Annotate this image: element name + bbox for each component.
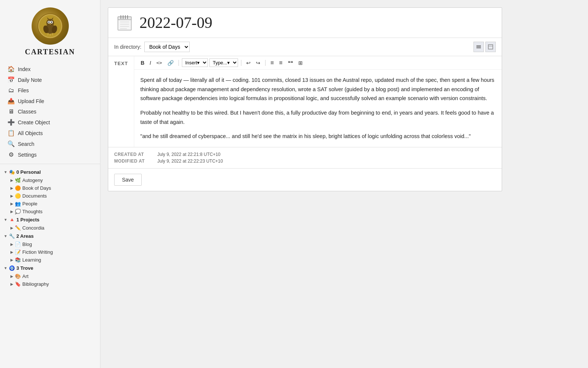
chevron-personal: ▼ — [4, 170, 7, 174]
tree-label-areas: 2 Areas — [16, 233, 34, 239]
tree-group-3-trove[interactable]: ▼ 🧿 3 Trove — [0, 264, 100, 272]
classes-icon: 🖥 — [7, 108, 15, 115]
tree-emoji-art: 🎨 — [15, 273, 21, 279]
sidebar-item-daily-note[interactable]: 📅 Daily Note — [0, 74, 100, 85]
tree-item-people[interactable]: ▶ 👥 People — [0, 200, 100, 208]
toolbar-type-dropdown[interactable]: Type...▾ — [209, 58, 238, 67]
tree-group-0-personal[interactable]: ▼ 🎭 0 Personal — [0, 168, 100, 176]
sidebar-item-classes[interactable]: 🖥 Classes — [0, 106, 100, 117]
toolbar-link[interactable]: 🔗 — [166, 59, 176, 67]
sidebar-item-files[interactable]: 🗂 Files — [0, 85, 100, 96]
sidebar-nav-label-classes: Classes — [18, 109, 36, 115]
tree-group-2-areas[interactable]: ▼ 🔧 2 Areas — [0, 232, 100, 240]
tree-item-book-of-days[interactable]: ▶ 🟠 Book of Days — [0, 184, 100, 192]
tree-item-learning[interactable]: ▶ 📚 Learning — [0, 256, 100, 264]
toolbar-bold[interactable]: B — [139, 59, 146, 67]
save-button[interactable]: Save — [114, 174, 142, 186]
tree-item-autogeny[interactable]: ▶ 🌿 Autogeny — [0, 176, 100, 184]
tree-label-art: Art — [22, 273, 29, 279]
toolbar-undo[interactable]: ↩ — [244, 59, 253, 67]
tree-label-personal: 0 Personal — [16, 169, 41, 175]
svg-rect-29 — [488, 45, 493, 49]
chevron-art: ▶ — [10, 274, 13, 278]
toolbar-divider-1 — [179, 60, 179, 66]
toolbar-quote[interactable]: ❝❝ — [286, 59, 295, 66]
svg-rect-27 — [476, 47, 481, 47]
tree-emoji-bibliography: 🔖 — [15, 281, 21, 287]
tree-emoji-people: 👥 — [15, 201, 21, 207]
chevron-trove: ▼ — [4, 266, 7, 270]
dir-action-left[interactable] — [473, 42, 484, 52]
svg-rect-17 — [118, 17, 131, 20]
tree-label-book-of-days: Book of Days — [22, 185, 51, 191]
tree-group-1-projects[interactable]: ▼ 🔺 1 Projects — [0, 215, 100, 224]
create-object-icon: ➕ — [7, 119, 15, 126]
directory-select[interactable]: Book of Days Documents People Thoughts — [144, 42, 190, 52]
all-objects-icon: 📋 — [7, 129, 15, 137]
tree-emoji-autogeny: 🌿 — [15, 177, 21, 183]
tree-item-concordia[interactable]: ▶ ✏️ Concordia — [0, 224, 100, 232]
directory-bar: In directory: Book of Days Documents Peo… — [108, 38, 502, 56]
sidebar-item-search[interactable]: 🔍 Search — [0, 138, 100, 149]
toolbar-table[interactable]: ⊞ — [296, 59, 305, 67]
search-icon: 🔍 — [7, 140, 15, 147]
sidebar-nav-label-upload: Upload File — [18, 98, 44, 104]
tree-label-learning: Learning — [22, 257, 41, 263]
svg-point-7 — [51, 22, 52, 23]
toolbar-ul[interactable]: ≡ — [269, 59, 276, 67]
sidebar-nav: 🏠 Index 📅 Daily Note 🗂 Files 📤 Upload Fi… — [0, 60, 100, 164]
tree-label-fiction-writing: Fiction Writing — [22, 249, 53, 255]
chevron-documents: ▶ — [10, 194, 13, 198]
tree-item-art[interactable]: ▶ 🎨 Art — [0, 272, 100, 280]
chevron-thoughts: ▶ — [10, 209, 13, 214]
chevron-autogeny: ▶ — [10, 178, 13, 182]
app-name: CARTESIAN — [25, 48, 75, 56]
text-editor-area: TEXT B I <> 🔗 Insert▾ Type...▾ ↩ — [108, 56, 502, 147]
editor-content[interactable]: Spent all of today — literally all of it… — [134, 70, 502, 147]
toolbar-ol[interactable]: ≡ — [277, 59, 284, 67]
dir-action-right[interactable] — [485, 42, 496, 52]
sidebar-item-index[interactable]: 🏠 Index — [0, 64, 100, 74]
sidebar-tree: ▼ 🎭 0 Personal ▶ 🌿 Autogeny ▶ 🟠 Book of … — [0, 164, 100, 292]
chevron-people: ▶ — [10, 202, 13, 206]
tree-emoji-areas: 🔧 — [9, 233, 15, 239]
tree-item-thoughts[interactable]: ▶ 💭 Thoughts — [0, 208, 100, 215]
sidebar: CARTESIAN 🏠 Index 📅 Daily Note 🗂 Files 📤… — [0, 0, 100, 368]
sidebar-item-upload-file[interactable]: 📤 Upload File — [0, 96, 100, 106]
sidebar-nav-label-daily-note: Daily Note — [18, 77, 42, 83]
note-header: 2022-07-09 — [108, 8, 502, 38]
content-paragraph-1: Spent all of today — literally all of it… — [140, 76, 496, 103]
sidebar-item-all-objects[interactable]: 📋 All Objects — [0, 128, 100, 138]
toolbar-insert-dropdown[interactable]: Insert▾ — [182, 58, 208, 67]
tree-item-fiction-writing[interactable]: ▶ 📝 Fiction Writing — [0, 248, 100, 256]
content-paragraph-3: "and he still dreamed of cyberspace... a… — [140, 132, 496, 141]
sidebar-item-create-object[interactable]: ➕ Create Object — [0, 117, 100, 128]
tree-emoji-documents: 🟡 — [15, 193, 21, 199]
note-icon — [116, 14, 134, 32]
chevron-book-of-days: ▶ — [10, 186, 13, 190]
tree-emoji-personal: 🎭 — [9, 169, 15, 175]
toolbar-code[interactable]: <> — [154, 59, 164, 66]
sidebar-nav-label-all-objects: All Objects — [18, 130, 43, 136]
toolbar-redo[interactable]: ↪ — [254, 59, 262, 67]
chevron-learning: ▶ — [10, 258, 13, 262]
tree-item-bibliography[interactable]: ▶ 🔖 Bibliography — [0, 280, 100, 288]
toolbar-italic[interactable]: I — [148, 59, 153, 67]
tree-emoji-fiction-writing: 📝 — [15, 249, 21, 255]
sidebar-item-settings[interactable]: ⚙ Settings — [0, 149, 100, 160]
text-label: TEXT — [108, 56, 134, 147]
tree-emoji-concordia: ✏️ — [15, 225, 21, 231]
tree-label-documents: Documents — [22, 193, 47, 199]
tree-emoji-book-of-days: 🟠 — [15, 185, 21, 191]
directory-label: In directory: — [114, 44, 141, 50]
meta-modified-value: July 9, 2022 at 22:22:23 UTC+10 — [157, 159, 223, 164]
editor-right: B I <> 🔗 Insert▾ Type...▾ ↩ ↪ ≡ — [134, 56, 502, 147]
sidebar-nav-label-index: Index — [18, 66, 30, 72]
tree-item-blog[interactable]: ▶ 📄 Blog — [0, 240, 100, 248]
index-icon: 🏠 — [7, 65, 15, 73]
chevron-projects: ▼ — [4, 218, 7, 222]
note-title: 2022-07-09 — [139, 14, 212, 32]
tree-item-documents[interactable]: ▶ 🟡 Documents — [0, 192, 100, 200]
svg-rect-28 — [476, 48, 481, 48]
directory-actions — [473, 42, 496, 52]
